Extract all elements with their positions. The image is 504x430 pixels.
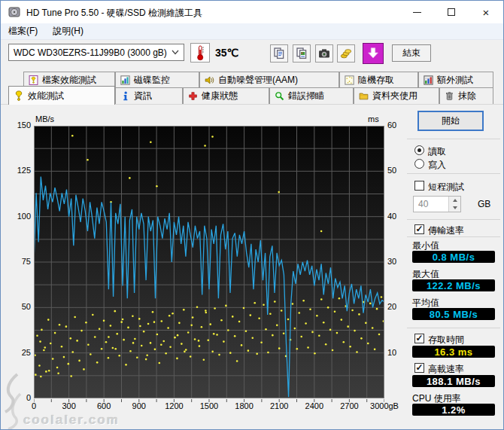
copy-text-icon <box>273 47 285 59</box>
folder-icon <box>359 91 369 101</box>
app-icon <box>8 6 20 18</box>
tab-aam[interactable]: 自動噪聲管理(AAM) <box>199 72 339 87</box>
start-button[interactable]: 開始 <box>417 111 484 131</box>
drive-select-value: WDC WD30EZRS-11J99B0 (3000 gB) <box>14 47 167 58</box>
benchmark-icon <box>14 90 24 101</box>
write-radio[interactable] <box>414 159 424 169</box>
spinner-up-button[interactable] <box>449 197 460 204</box>
tab-benchmark-active[interactable]: 效能測試 <box>8 86 115 105</box>
tab-random-access[interactable]: 隨機存取 <box>339 72 418 87</box>
left-axis-tick: 50 <box>11 302 31 311</box>
info-icon <box>120 91 130 101</box>
random-access-icon <box>345 75 354 85</box>
short-stroke-checkbox[interactable] <box>414 181 424 191</box>
drive-select[interactable]: WDC WD30EZRS-11J99B0 (3000 gB) <box>8 44 184 61</box>
screenshot-button[interactable] <box>315 44 333 63</box>
thermometer-icon <box>193 44 208 61</box>
cpu-usage-value: 1.2% <box>442 404 466 416</box>
exit-button[interactable]: 結束 <box>392 44 431 62</box>
access-time-checkbox[interactable]: ✓ <box>414 334 424 343</box>
separator <box>407 219 500 220</box>
watermark-logo <box>1 371 23 430</box>
extra-tests-icon <box>424 75 433 85</box>
tab-extra-tests[interactable]: 額外測試 <box>418 72 493 87</box>
tab-erase[interactable]: 抹除 <box>439 87 493 104</box>
start-label: 開始 <box>442 114 460 127</box>
average-value: 80.5 MB/s <box>430 309 478 320</box>
minimize-button[interactable] <box>399 1 434 23</box>
chart-canvas <box>34 126 384 404</box>
maximize-button[interactable] <box>434 1 469 23</box>
right-axis-tick: 40 <box>387 212 396 221</box>
tab-disk-monitor[interactable]: 磁碟監控 <box>115 72 199 87</box>
temperature-value: 35℃ <box>215 47 238 59</box>
copy-image-button[interactable] <box>293 44 311 63</box>
read-label: 讀取 <box>428 145 446 158</box>
left-axis-tick: 125 <box>11 166 31 175</box>
tab-label: 資訊 <box>134 90 152 102</box>
spinner-down-button[interactable] <box>449 204 460 212</box>
tab-label: 自動噪聲管理(AAM) <box>218 74 298 87</box>
short-stroke-label: 短程測試 <box>428 181 464 194</box>
right-axis-tick: 20 <box>387 302 396 311</box>
burst-rate-label: 高載速率 <box>428 363 464 376</box>
burst-rate-display: 188.1 MB/s <box>412 375 495 387</box>
copy-text-button[interactable] <box>270 44 288 63</box>
camera-icon <box>318 47 330 59</box>
tab-label: 資料夾使用 <box>372 90 417 102</box>
hdtune-window: HD Tune Pro 5.50 - 硬碟/SSD 檢測維護工具 × 檔案(F)… <box>0 0 504 430</box>
maximize-icon <box>448 8 455 16</box>
exit-label: 結束 <box>402 47 421 59</box>
burst-rate-checkbox[interactable]: ✓ <box>414 363 424 373</box>
minimum-display: 0.8 MB/s <box>412 251 495 263</box>
tab-file-benchmark[interactable]: 檔案效能測試 <box>23 72 115 87</box>
left-axis-tick: 100 <box>11 212 31 221</box>
access-time-label: 存取時間 <box>428 334 464 346</box>
tab-label: 錯誤掃瞄 <box>288 90 324 102</box>
average-display: 80.5 MB/s <box>412 308 495 320</box>
menu-file[interactable]: 檔案(F) <box>1 23 45 39</box>
separator <box>407 139 500 139</box>
right-axis-tick: 50 <box>387 166 396 175</box>
tab-label: 健康狀態 <box>202 90 238 102</box>
tab-health[interactable]: 健康狀態 <box>183 87 269 104</box>
donate-button[interactable] <box>337 44 355 63</box>
burst-rate-value: 188.1 MB/s <box>427 376 481 387</box>
transfer-rate-checkbox[interactable]: ✓ <box>414 224 424 234</box>
tab-label: 磁碟監控 <box>134 74 170 87</box>
minimum-value: 0.8 MB/s <box>433 252 475 263</box>
temperature-button[interactable] <box>190 43 210 63</box>
left-axis-unit: MB/s <box>35 114 54 124</box>
left-axis-tick: 75 <box>11 257 31 266</box>
left-axis-tick: 25 <box>11 348 31 357</box>
error-scan-icon <box>275 91 284 101</box>
transfer-rate-label: 傳輸速率 <box>428 224 464 237</box>
tab-info[interactable]: 資訊 <box>115 87 183 104</box>
maximum-display: 122.2 MB/s <box>412 279 495 291</box>
erase-icon <box>445 91 454 101</box>
benchmark-chart <box>34 126 384 398</box>
copy-image-icon <box>296 47 308 59</box>
tab-label: 隨機存取 <box>358 74 394 87</box>
aam-icon <box>205 75 214 85</box>
maximum-value: 122.2 MB/s <box>427 280 481 291</box>
arrow-up-icon <box>453 199 457 202</box>
file-benchmark-icon <box>29 75 38 85</box>
access-time-display: 16.3 ms <box>412 346 495 358</box>
menu-help[interactable]: 說明(H) <box>45 23 91 39</box>
separator <box>407 173 500 174</box>
coins-icon <box>340 47 352 59</box>
save-results-button[interactable] <box>363 43 384 64</box>
read-radio[interactable] <box>414 145 424 155</box>
right-axis-tick: 10 <box>387 348 396 357</box>
download-icon <box>366 46 381 61</box>
window-title: HD Tune Pro 5.50 - 硬碟/SSD 檢測維護工具 <box>26 7 202 20</box>
close-button[interactable]: × <box>469 1 503 23</box>
tab-label: 額外測試 <box>437 74 473 87</box>
tab-folder-usage[interactable]: 資料夾使用 <box>354 87 439 104</box>
menubar: 檔案(F) 說明(H) <box>1 23 503 40</box>
capacity-spinner[interactable]: 40 <box>413 196 461 212</box>
tab-label: 檔案效能測試 <box>42 74 96 87</box>
tab-error-scan[interactable]: 錯誤掃瞄 <box>269 87 354 104</box>
write-label: 寫入 <box>428 159 446 172</box>
